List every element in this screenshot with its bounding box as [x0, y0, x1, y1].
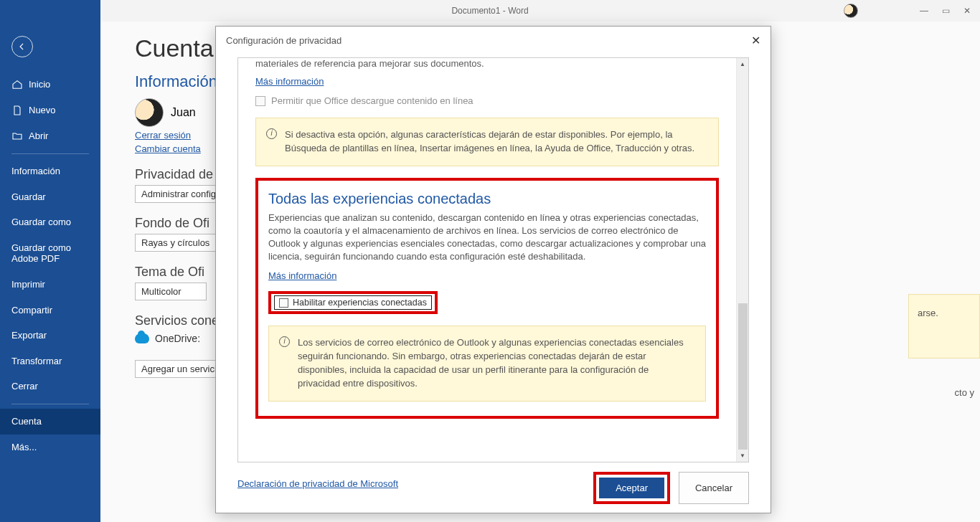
dialog-title: Configuración de privacidad	[226, 35, 341, 46]
close-button[interactable]: ✕	[963, 6, 971, 15]
sidebar-item-guardar-pdf[interactable]: Guardar como Adobe PDF	[0, 235, 100, 272]
dialog-body: materiales de referencia para mejorar su…	[237, 57, 749, 462]
window-titlebar: Documento1 - Word — ▭ ✕	[0, 0, 980, 22]
sidebar-divider	[11, 153, 89, 154]
onedrive-icon	[135, 333, 149, 343]
sidebar-item-compartir[interactable]: Compartir	[0, 298, 100, 323]
sidebar-item-mas[interactable]: Más...	[0, 435, 100, 460]
scroll-down-button[interactable]: ▼	[737, 450, 748, 462]
accept-button[interactable]: Aceptar	[599, 478, 664, 498]
sidebar-item-cuenta[interactable]: Cuenta	[0, 409, 100, 435]
sidebar-item-transformar[interactable]: Transformar	[0, 348, 100, 374]
info-icon: i	[279, 336, 290, 347]
user-name: Juan	[171, 106, 196, 119]
manage-privacy-button[interactable]: Administrar config	[135, 185, 222, 203]
sidebar-item-exportar[interactable]: Exportar	[0, 323, 100, 348]
sidebar-item-imprimir[interactable]: Imprimir	[0, 272, 100, 298]
more-info-link-1[interactable]: Más información	[255, 76, 324, 87]
sidebar-item-guardar[interactable]: Guardar	[0, 184, 100, 210]
new-doc-icon	[11, 105, 23, 116]
side-note-box: arse.	[908, 294, 980, 359]
warning-download-box: i Si desactiva esta opción, algunas cara…	[255, 118, 719, 166]
allow-download-checkbox-row[interactable]: Permitir que Office descargue contenido …	[255, 95, 719, 106]
enable-connected-highlight: Habilitar experiencias conectadas	[268, 291, 438, 314]
onedrive-label: OneDrive:	[155, 333, 200, 344]
dialog-scrollbar[interactable]: ▲ ▼	[736, 58, 748, 462]
connected-experiences-heading: Todas las experiencias conectadas	[268, 191, 706, 207]
warning-connected-box: i Los servicios de correo electrónico de…	[268, 326, 706, 401]
checkbox-icon	[279, 298, 288, 308]
add-service-button[interactable]: Agregar un servicio	[135, 360, 228, 378]
connected-experiences-para: Experiencias que analizan su contenido, …	[268, 212, 706, 264]
theme-dropdown[interactable]: Multicolor	[135, 283, 207, 300]
checkbox-icon	[255, 96, 265, 106]
sidebar-item-informacion[interactable]: Información	[0, 158, 100, 184]
intro-partial-text: materiales de referencia para mejorar su…	[255, 58, 719, 69]
enable-connected-checkbox[interactable]: Habilitar experiencias conectadas	[274, 295, 432, 310]
cancel-button[interactable]: Cancelar	[679, 472, 749, 504]
accept-highlight: Aceptar	[593, 472, 670, 504]
allow-download-label: Permitir que Office descargue contenido …	[271, 95, 473, 106]
minimize-button[interactable]: —	[920, 6, 928, 15]
window-title: Documento1 - Word	[451, 6, 528, 16]
privacy-settings-dialog: Configuración de privacidad ✕ materiales…	[215, 26, 771, 513]
background-dropdown[interactable]: Rayas y círculos	[135, 234, 216, 252]
side-note-line2: cto y	[955, 387, 974, 398]
dialog-close-button[interactable]: ✕	[751, 34, 760, 47]
sidebar-item-abrir[interactable]: Abrir	[0, 123, 100, 149]
sidebar-item-inicio[interactable]: Inicio	[0, 72, 100, 98]
backstage-sidebar: Inicio Nuevo Abrir Información Guardar G…	[0, 0, 100, 522]
sidebar-item-guardar-como[interactable]: Guardar como	[0, 209, 100, 235]
privacy-statement-link[interactable]: Declaración de privacidad de Microsoft	[237, 478, 398, 489]
open-icon	[11, 130, 23, 142]
sidebar-divider	[11, 404, 89, 404]
info-icon: i	[266, 128, 277, 139]
maximize-button[interactable]: ▭	[941, 6, 950, 15]
dialog-button-row: Aceptar Cancelar	[593, 472, 749, 504]
sidebar-item-nuevo[interactable]: Nuevo	[0, 98, 100, 123]
sidebar-item-cerrar[interactable]: Cerrar	[0, 374, 100, 399]
scroll-thumb[interactable]	[738, 303, 748, 450]
back-button[interactable]	[11, 36, 33, 57]
user-avatar	[135, 98, 164, 127]
home-icon	[11, 79, 23, 90]
more-info-link-2[interactable]: Más información	[268, 270, 336, 281]
connected-experiences-highlighted-section: Todas las experiencias conectadas Experi…	[255, 178, 719, 419]
scroll-up-button[interactable]: ▲	[737, 58, 748, 70]
window-user-avatar[interactable]	[844, 4, 858, 18]
window-controls: — ▭ ✕	[920, 6, 980, 15]
